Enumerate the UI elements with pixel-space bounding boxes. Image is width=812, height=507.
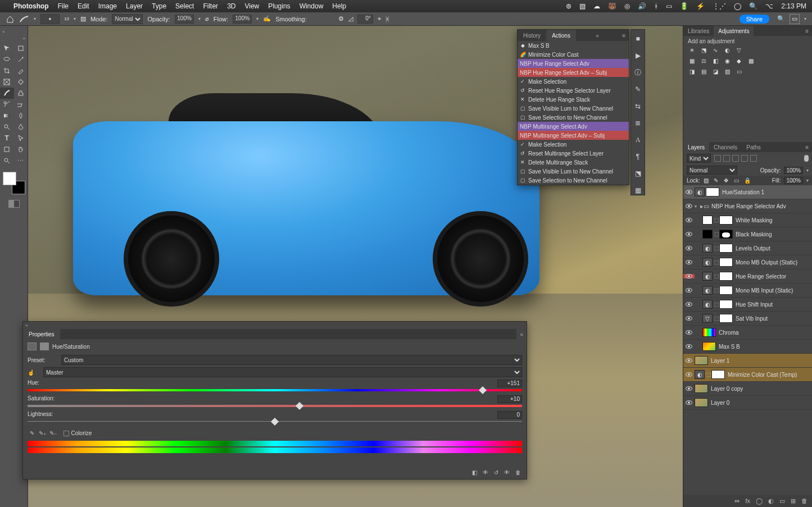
volume-icon[interactable]: 🔊: [638, 2, 646, 10]
menu-select[interactable]: Select: [175, 2, 194, 10]
color-swatches[interactable]: [3, 172, 25, 194]
pressure-opacity-icon[interactable]: ⌀: [205, 15, 209, 22]
mask-icon[interactable]: ◯: [756, 497, 763, 505]
layer-name[interactable]: Chroma: [719, 330, 739, 336]
menu-help[interactable]: Help: [332, 2, 346, 10]
finger-icon[interactable]: ☝: [28, 369, 39, 376]
layer-name[interactable]: Sat Vib Input: [736, 316, 768, 322]
filter-pixel-icon[interactable]: [714, 155, 721, 162]
layers-menu-icon[interactable]: ≡: [802, 144, 812, 150]
foreground-color-swatch[interactable]: [3, 172, 16, 185]
opacity-value[interactable]: 100%: [175, 15, 194, 24]
action-item[interactable]: ✓Make Selection: [518, 77, 629, 86]
colorize-checkbox[interactable]: Colorize: [63, 430, 92, 436]
layer-name[interactable]: White Masking: [736, 217, 773, 223]
filter-type-icon[interactable]: [732, 155, 739, 162]
visibility-toggle[interactable]: [683, 232, 695, 236]
toolbar-collapse-icon[interactable]: »: [0, 36, 28, 41]
layer-name[interactable]: Levels Output: [736, 245, 770, 252]
history-brush-tool[interactable]: [0, 99, 14, 110]
brush-preset[interactable]: ●: [40, 14, 60, 24]
channel-select[interactable]: Master: [43, 367, 522, 377]
menu-window[interactable]: Window: [300, 2, 324, 10]
photofilter-adjust-icon[interactable]: ◉: [723, 57, 731, 65]
layer-adjustment-thumb[interactable]: ▽: [702, 314, 713, 323]
pen-tool[interactable]: [14, 121, 28, 133]
type-tool[interactable]: T: [0, 133, 14, 144]
layer-adjustment-thumb[interactable]: ◐: [702, 300, 713, 309]
eyedropper-minus-icon[interactable]: ✎₋: [49, 430, 58, 436]
adjustments-menu-icon[interactable]: ≡: [802, 28, 812, 34]
layer-row[interactable]: Layer 0 copy: [683, 382, 812, 396]
action-item[interactable]: ✕Delete Hue Range Stack: [518, 95, 629, 104]
action-item[interactable]: ▢Save Selection to New Channel: [518, 113, 629, 122]
layer-adjustment-thumb[interactable]: ◐: [702, 272, 713, 281]
layer-row[interactable]: ◐⬚Hue Shift Input: [683, 298, 812, 312]
visibility-toggle[interactable]: [683, 358, 695, 363]
levels-adjust-icon[interactable]: ⬔: [700, 46, 707, 54]
lasso-tool[interactable]: [0, 54, 14, 65]
layer-row[interactable]: Chroma: [683, 326, 812, 340]
layer-row[interactable]: ◐⬚Mono MB Output (Static): [683, 255, 812, 270]
curves-adjust-icon[interactable]: ∿: [711, 46, 719, 54]
action-item[interactable]: ◆Max S B: [518, 41, 629, 50]
tab-libraries[interactable]: Libraries: [683, 26, 714, 36]
menu-image[interactable]: Image: [98, 2, 117, 10]
actions-info-icon[interactable]: ⓘ: [633, 68, 642, 77]
adjustment-layer-icon[interactable]: ◐: [768, 497, 774, 505]
filter-adj-icon[interactable]: [723, 155, 730, 162]
edit-toolbar[interactable]: ⋯: [14, 155, 28, 166]
zoom-tool[interactable]: [0, 155, 14, 166]
control-center-icon[interactable]: ⌥: [765, 2, 773, 10]
action-item[interactable]: NBP Multirange Select Adv – Subj: [518, 131, 629, 140]
menubar-clock[interactable]: 2:13 PM: [781, 2, 806, 10]
delete-layer-icon[interactable]: 🗑: [801, 497, 808, 504]
actions-stop-icon[interactable]: ■: [633, 34, 642, 43]
bear-icon[interactable]: 🐻: [608, 2, 616, 10]
clip-to-layer-icon[interactable]: ◧: [472, 469, 477, 476]
actions-nav-icon[interactable]: ▦: [633, 186, 642, 195]
actions-list[interactable]: ◆Max S B🌈Minimize Color CastNBP Hue Rang…: [518, 41, 629, 185]
action-item[interactable]: ↺Reset Hue Range Selector Layer: [518, 86, 629, 95]
search-icon[interactable]: 🔍: [777, 15, 785, 22]
home-icon[interactable]: [6, 15, 15, 24]
quickmask-toggle[interactable]: [8, 200, 20, 208]
layer-row[interactable]: ▽⬚Sat Vib Input: [683, 312, 812, 326]
actions-play-icon[interactable]: ▶: [633, 51, 642, 60]
blend-mode[interactable]: Normal: [687, 166, 737, 175]
visibility-toggle[interactable]: [683, 260, 695, 264]
actions-para-icon[interactable]: ≣: [633, 118, 642, 127]
layer-adjustment-thumb[interactable]: ◐: [702, 286, 713, 295]
action-item[interactable]: ▢Save Visible Lum to New Channel: [518, 167, 629, 176]
layer-mask-thumb[interactable]: [702, 328, 716, 337]
healing-tool[interactable]: [14, 76, 28, 88]
tab-adjustments[interactable]: Adjustments: [714, 26, 754, 36]
brightness-adjust-icon[interactable]: ☀: [688, 46, 696, 54]
visibility-toggle[interactable]: [683, 330, 695, 335]
group-icon[interactable]: ▭: [779, 497, 785, 505]
bw-adjust-icon[interactable]: ◧: [711, 57, 719, 65]
app-name[interactable]: Photoshop: [13, 2, 49, 10]
layer-row[interactable]: ◐⬚Minimize Color Cast (Temp): [683, 368, 812, 382]
workspace-chevron-icon[interactable]: ▾: [804, 16, 806, 21]
colorbal-adjust-icon[interactable]: ⚖: [700, 57, 707, 65]
frame-tool[interactable]: [0, 76, 14, 88]
layer-name[interactable]: Layer 0 copy: [711, 386, 743, 392]
lightness-slider[interactable]: [28, 419, 522, 426]
battery-icon[interactable]: 🔋: [680, 2, 688, 10]
record-icon[interactable]: ◎: [624, 2, 630, 10]
move-tool[interactable]: [0, 43, 14, 54]
visibility-toggle[interactable]: [683, 246, 695, 250]
workspace-icon[interactable]: ▭: [790, 14, 800, 24]
layer-mask-thumb[interactable]: [719, 300, 733, 309]
smoothing-gear-icon[interactable]: ⚙: [338, 15, 344, 22]
layer-adjustment-thumb[interactable]: ◐: [702, 258, 713, 267]
artboard-tool[interactable]: [14, 43, 28, 54]
exposure-adjust-icon[interactable]: ◐: [723, 46, 731, 54]
new-layer-icon[interactable]: ⊞: [791, 497, 796, 505]
actions-brush-icon[interactable]: ✎: [633, 85, 642, 94]
dodge-tool[interactable]: [0, 121, 14, 133]
chanmix-adjust-icon[interactable]: ◆: [735, 57, 743, 65]
lock-image-icon[interactable]: ✎: [714, 177, 720, 184]
saturation-slider[interactable]: [28, 403, 522, 410]
